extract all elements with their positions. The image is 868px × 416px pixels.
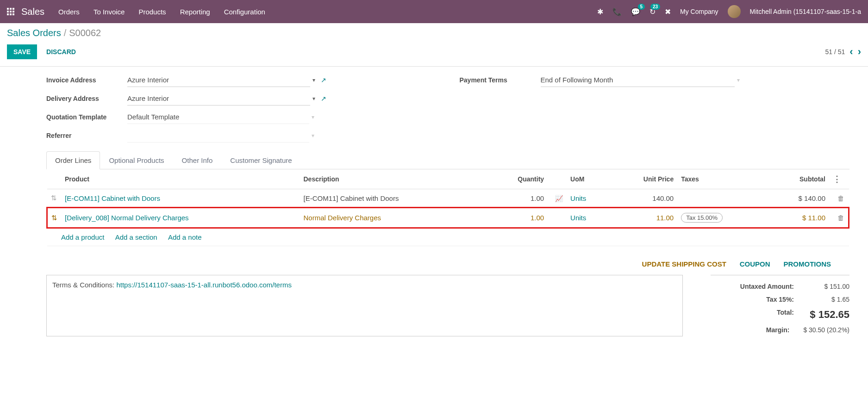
payment-terms-field[interactable] — [541, 73, 735, 87]
pager-prev-icon[interactable]: ‹ — [849, 46, 853, 58]
tabs: Order Lines Optional Products Other Info… — [46, 151, 849, 169]
table-row[interactable]: ⇅ [Delivery_008] Normal Delivery Charges… — [47, 208, 849, 228]
cell-taxes[interactable] — [677, 189, 767, 208]
breadcrumb-root[interactable]: Sales Orders — [7, 28, 61, 38]
tab-order-lines[interactable]: Order Lines — [46, 151, 100, 169]
drag-handle-icon[interactable]: ⇅ — [47, 208, 62, 228]
promotions-button[interactable]: PROMOTIONS — [783, 260, 831, 268]
external-link-icon[interactable]: ↗ — [321, 76, 326, 84]
app-title[interactable]: Sales — [21, 6, 44, 17]
add-note-link[interactable]: Add a note — [168, 233, 202, 241]
save-button[interactable]: SAVE — [7, 44, 37, 59]
company-name[interactable]: My Company — [680, 8, 718, 15]
breadcrumb-current: S00062 — [69, 28, 101, 38]
cell-unit-price[interactable]: 11.00 — [609, 208, 677, 228]
drag-handle-icon[interactable]: ⇅ — [47, 189, 62, 208]
table-row[interactable]: ⇅ [E-COM11] Cabinet with Doors [E-COM11]… — [47, 189, 849, 208]
tools-icon[interactable]: ✖ — [665, 7, 671, 16]
cell-product[interactable]: [Delivery_008] Normal Delivery Charges — [61, 208, 300, 228]
tax-label: Tax 15%: — [711, 296, 794, 303]
quotation-template-field[interactable] — [127, 110, 309, 124]
untaxed-value: $ 151.00 — [808, 283, 849, 290]
terms-box[interactable]: Terms & Conditions: https://15141107-saa… — [46, 275, 683, 336]
pager: 51 / 51 ‹ › — [825, 46, 861, 58]
col-subtotal[interactable]: Subtotal — [767, 169, 829, 189]
referrer-label: Referrer — [46, 132, 127, 139]
external-link-icon[interactable]: ↗ — [321, 95, 326, 102]
col-taxes[interactable]: Taxes — [677, 169, 767, 189]
tax-chip[interactable]: Tax 15.00% — [681, 213, 723, 223]
referrer-field[interactable] — [127, 129, 309, 143]
untaxed-label: Untaxed Amount: — [711, 283, 794, 290]
invoice-address-field[interactable] — [127, 73, 310, 87]
tab-customer-signature[interactable]: Customer Signature — [221, 151, 300, 169]
total-value: $ 152.65 — [808, 309, 849, 321]
activity-icon[interactable]: ↻23 — [649, 7, 656, 16]
bottom-section: Terms & Conditions: https://15141107-saa… — [46, 275, 849, 336]
user-name[interactable]: Mitchell Admin (15141107-saas-15-1-a — [750, 8, 861, 15]
top-navbar: Sales Orders To Invoice Products Reporti… — [0, 0, 868, 23]
trash-icon[interactable]: 🗑 — [837, 194, 844, 202]
chat-badge: 5 — [638, 4, 645, 10]
col-uom[interactable]: UoM — [567, 169, 609, 189]
footer-action-links: UPDATE SHIPPING COST COUPON PROMOTIONS — [46, 260, 849, 268]
cell-taxes[interactable]: Tax 15.00% — [677, 208, 767, 228]
caret-down-icon[interactable]: ▾ — [737, 77, 740, 83]
nav-products[interactable]: Products — [138, 8, 166, 16]
cell-quantity[interactable]: 1.00 — [487, 189, 548, 208]
bug-icon[interactable]: ✱ — [597, 7, 603, 16]
cell-unit-price[interactable]: 140.00 — [609, 189, 677, 208]
action-bar: SAVE DISCARD 51 / 51 ‹ › — [0, 41, 868, 67]
terms-link[interactable]: https://15141107-saas-15-1-all.runbot56.… — [116, 281, 292, 289]
cell-subtotal: $ 11.00 — [767, 208, 829, 228]
cell-description[interactable]: [E-COM11] Cabinet with Doors — [300, 189, 486, 208]
margin-label: Margin: — [711, 326, 789, 334]
pager-next-icon[interactable]: › — [858, 46, 861, 58]
cell-quantity[interactable]: 1.00 — [487, 208, 548, 228]
total-label: Total: — [711, 309, 794, 321]
update-shipping-button[interactable]: UPDATE SHIPPING COST — [642, 260, 726, 268]
nav-orders[interactable]: Orders — [58, 8, 80, 16]
cell-subtotal: $ 140.00 — [767, 189, 829, 208]
caret-down-icon[interactable]: ▾ — [312, 132, 314, 139]
col-unit-price[interactable]: Unit Price — [609, 169, 677, 189]
quotation-template-label: Quotation Template — [46, 113, 127, 121]
nav-reporting[interactable]: Reporting — [180, 8, 210, 16]
coupon-button[interactable]: COUPON — [740, 260, 770, 268]
nav-configuration[interactable]: Configuration — [224, 8, 265, 16]
cell-uom[interactable]: Units — [567, 189, 609, 208]
activity-badge: 23 — [650, 4, 660, 10]
phone-icon[interactable]: 📞 — [612, 7, 622, 16]
col-quantity[interactable]: Quantity — [487, 169, 548, 189]
cell-uom[interactable]: Units — [567, 208, 609, 228]
breadcrumb: Sales Orders / S00062 — [0, 23, 868, 41]
cell-product[interactable]: [E-COM11] Cabinet with Doors — [61, 189, 300, 208]
add-section-link[interactable]: Add a section — [115, 233, 157, 241]
caret-down-icon[interactable]: ▾ — [312, 77, 315, 83]
payment-terms-label: Payment Terms — [460, 76, 541, 84]
terms-prefix: Terms & Conditions: — [52, 281, 116, 289]
cell-description[interactable]: Normal Delivery Charges — [300, 208, 486, 228]
trash-icon[interactable]: 🗑 — [837, 214, 844, 222]
discard-button[interactable]: DISCARD — [46, 48, 76, 56]
kebab-icon[interactable]: ⋮ — [833, 174, 841, 184]
invoice-address-label: Invoice Address — [46, 76, 127, 84]
caret-down-icon[interactable]: ▾ — [312, 114, 314, 120]
caret-down-icon[interactable]: ▾ — [312, 95, 315, 102]
totals: Untaxed Amount: $ 151.00 Tax 15%: $ 1.65… — [711, 275, 849, 336]
tab-optional-products[interactable]: Optional Products — [100, 151, 173, 169]
nav-to-invoice[interactable]: To Invoice — [94, 8, 125, 16]
chat-icon[interactable]: 💬5 — [631, 7, 640, 16]
margin-value: $ 30.50 (20.2%) — [803, 326, 849, 334]
col-description[interactable]: Description — [300, 169, 486, 189]
avatar[interactable] — [728, 5, 741, 18]
pager-count: 51 / 51 — [825, 48, 845, 56]
tab-other-info[interactable]: Other Info — [173, 151, 222, 169]
delivery-address-label: Delivery Address — [46, 95, 127, 102]
col-product[interactable]: Product — [61, 169, 300, 189]
forecast-chart-icon[interactable]: 📈 — [555, 195, 563, 202]
delivery-address-field[interactable] — [127, 92, 310, 106]
breadcrumb-separator: / — [64, 28, 67, 38]
apps-icon[interactable] — [7, 8, 14, 15]
add-product-link[interactable]: Add a product — [61, 233, 104, 241]
